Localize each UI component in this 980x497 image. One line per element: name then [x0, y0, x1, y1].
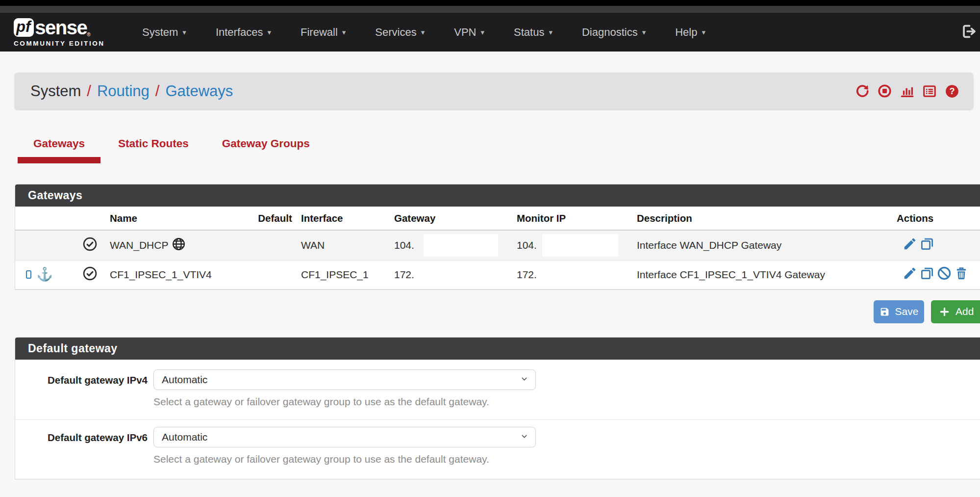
breadcrumb-separator: /	[155, 82, 160, 100]
default-gateway-ipv6-row: Default gateway IPv6 Automatic Select a …	[15, 419, 980, 479]
default-gateway-ipv4-select[interactable]: Automatic	[153, 369, 536, 390]
tab-gateway-groups[interactable]: Gateway Groups	[206, 137, 326, 163]
gateway-actions-cell	[893, 260, 980, 289]
menu-help[interactable]: Help ▾	[660, 26, 720, 39]
select-checkbox-icon[interactable]	[26, 270, 31, 279]
gateway-default-cell	[253, 260, 297, 289]
logo-sense-text: sense	[35, 18, 87, 37]
disable-icon[interactable]	[937, 266, 952, 283]
col-gateway: Gateway	[390, 207, 513, 230]
sign-out-icon[interactable]	[960, 23, 977, 42]
chevron-down-icon	[520, 431, 528, 443]
check-circle-icon	[82, 272, 98, 283]
breadcrumb-separator: /	[87, 82, 91, 100]
delete-icon[interactable]	[954, 266, 969, 283]
caret-down-icon: ▾	[481, 28, 485, 37]
bar-chart-icon[interactable]	[900, 84, 914, 99]
row-select-cell: ⚓	[15, 260, 57, 289]
refresh-icon[interactable]	[855, 84, 870, 98]
col-name: Name	[106, 207, 253, 230]
edit-icon[interactable]	[903, 266, 917, 283]
menu-diagnostics-label: Diagnostics	[582, 26, 638, 39]
menu-status[interactable]: Status ▾	[499, 26, 567, 39]
caret-down-icon: ▾	[549, 28, 553, 37]
gateway-interface-cell: WAN	[297, 230, 390, 260]
default-gateway-ipv4-value: Automatic	[162, 374, 207, 386]
tab-static-routes-label: Static Routes	[118, 137, 189, 157]
monitor-ip: 104.	[517, 239, 537, 251]
col-description: Description	[633, 207, 893, 230]
caret-down-icon: ▾	[268, 28, 272, 37]
window-chrome-top	[0, 0, 980, 6]
menu-interfaces-label: Interfaces	[216, 26, 263, 39]
gateway-description-cell: Interface CF1_IPSEC_1_VTIV4 Gateway	[633, 260, 893, 289]
col-actions: Actions	[893, 207, 980, 230]
default-gateway-ipv4-help: Select a gateway or failover gateway gro…	[153, 396, 536, 408]
gateway-address-cell: 172.	[390, 260, 513, 289]
caret-down-icon: ▾	[342, 28, 346, 37]
tab-gateway-groups-label: Gateway Groups	[222, 137, 310, 157]
breadcrumb-section: System	[30, 82, 81, 100]
help-circle-icon[interactable]: ?	[945, 84, 959, 99]
col-monitor-ip: Monitor IP	[513, 207, 633, 230]
page-tabs: Gateways Static Routes Gateway Groups	[18, 137, 980, 163]
gateway-address-cell: 104.	[390, 230, 513, 260]
menu-firewall-label: Firewall	[301, 26, 338, 39]
menu-system-label: System	[142, 26, 178, 39]
table-row-cf1-ipsec: ⚓ CF1_IPSEC_1_VTIV4 CF1_IPSEC_1 172. 172…	[15, 260, 980, 289]
breadcrumb-link-gateways[interactable]: Gateways	[165, 82, 233, 100]
logo-registered-mark: ®	[87, 32, 90, 37]
default-gateway-ipv6-help: Select a gateway or failover gateway gro…	[153, 453, 536, 465]
monitor-ip-cell: 172.	[513, 260, 633, 289]
add-button-label: Add	[955, 306, 974, 317]
gateway-default-cell	[253, 230, 297, 260]
col-default: Default	[253, 207, 297, 230]
menu-firewall[interactable]: Firewall ▾	[286, 26, 360, 39]
breadcrumb-bar: System / Routing / Gateways ?	[15, 73, 973, 109]
edit-icon[interactable]	[903, 236, 917, 254]
menu-status-label: Status	[514, 26, 544, 39]
pfsense-logo[interactable]: pf sense ® COMMUNITY EDITION	[14, 18, 107, 47]
breadcrumb-link-routing[interactable]: Routing	[97, 82, 150, 100]
menu-services[interactable]: Services ▾	[360, 26, 439, 39]
redaction-box	[542, 234, 618, 257]
gateways-panel-title: Gateways	[15, 184, 980, 207]
caret-down-icon: ▾	[421, 28, 425, 37]
top-navbar: pf sense ® COMMUNITY EDITION System ▾ In…	[0, 13, 980, 52]
gateway-status-cell	[57, 230, 106, 260]
active-tab-underline	[18, 157, 101, 163]
stop-circle-icon[interactable]	[878, 84, 892, 98]
menu-help-label: Help	[675, 26, 697, 39]
table-row-wan-dhcp: WAN_DHCP WAN 104. 104. Interface WAN	[15, 230, 980, 260]
menu-vpn[interactable]: VPN ▾	[439, 26, 499, 39]
add-button[interactable]: Add	[931, 300, 980, 323]
col-interface: Interface	[297, 207, 390, 230]
log-list-icon[interactable]	[922, 84, 937, 99]
window-chrome-strip	[0, 6, 980, 13]
menu-diagnostics[interactable]: Diagnostics ▾	[567, 26, 660, 39]
save-button[interactable]: Save	[874, 300, 924, 323]
default-gateway-ipv4-row: Default gateway IPv4 Automatic Select a …	[15, 360, 980, 419]
gateway-status-cell	[57, 260, 106, 289]
caret-down-icon: ▾	[642, 28, 646, 37]
menu-system[interactable]: System ▾	[127, 26, 201, 39]
anchor-icon: ⚓	[36, 268, 53, 281]
gateway-actions-cell	[893, 230, 980, 260]
caret-down-icon: ▾	[702, 28, 705, 37]
main-menu: System ▾ Interfaces ▾ Firewall ▾ Service…	[127, 26, 720, 39]
copy-icon[interactable]	[920, 236, 934, 254]
tab-static-routes[interactable]: Static Routes	[102, 137, 204, 163]
menu-interfaces[interactable]: Interfaces ▾	[201, 26, 286, 39]
default-gateway-panel: Default gateway Default gateway IPv4 Aut…	[15, 337, 980, 479]
default-gateway-ipv6-value: Automatic	[162, 431, 207, 443]
gateway-address: 104.	[394, 239, 414, 251]
gateways-table: Name Default Interface Gateway Monitor I…	[15, 207, 980, 289]
default-gateway-ipv6-select[interactable]: Automatic	[153, 427, 536, 447]
tab-gateways[interactable]: Gateways	[18, 137, 101, 163]
save-button-label: Save	[895, 306, 919, 317]
row-select-cell	[15, 230, 57, 260]
menu-services-label: Services	[375, 26, 416, 39]
copy-icon[interactable]	[920, 266, 934, 283]
default-gateway-panel-title: Default gateway	[15, 338, 980, 360]
gateway-interface-cell: CF1_IPSEC_1	[297, 260, 390, 289]
